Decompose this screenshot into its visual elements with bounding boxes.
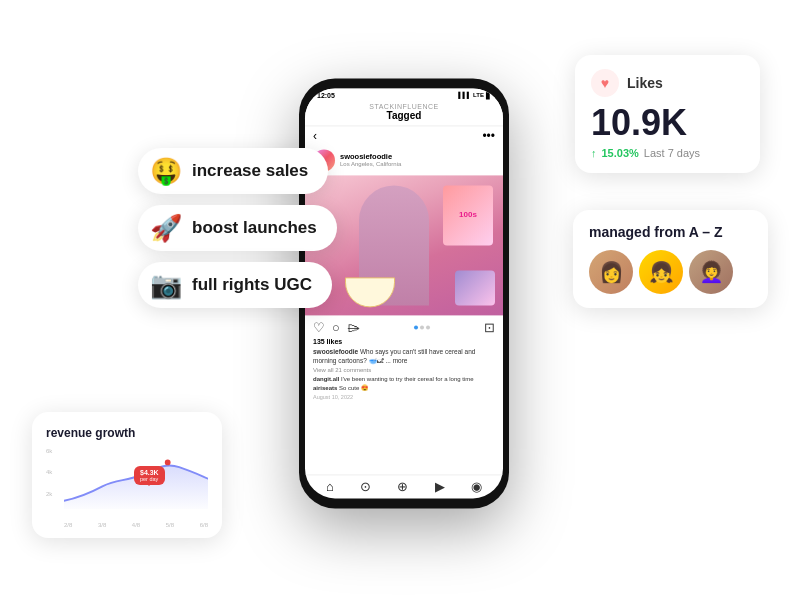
status-time: 12:05 [317,92,335,99]
status-icons: ▌▌▌ LTE ▊ [458,92,491,99]
profile-icon[interactable]: ◉ [471,479,482,494]
caption-username: swoosiefoodie [313,348,358,355]
post-actions: ♡ ○ ⌲ ⊡ [305,315,503,338]
tooltip-sub: per day [140,476,159,482]
chart-y-labels: 6k 4k 2k [46,448,52,512]
revenue-tooltip: $4.3K per day [134,466,165,485]
phone-screen: 12:05 ▌▌▌ LTE ▊ STACKINFLUENCE Tagged ‹ … [305,88,503,498]
heart-icon-circle: ♥ [591,69,619,97]
comment-1-text: I've been wanting to try their cereal fo… [341,376,474,382]
share-icon[interactable]: ⌲ [347,320,360,335]
managed-avatars: 👩 👧 👩‍🦱 [589,250,752,294]
action-icons: ♡ ○ ⌲ [313,320,360,335]
location: Los Angeles, California [340,161,401,167]
managed-title: managed from A – Z [589,224,752,240]
dot-1 [414,325,418,329]
bookmark-icon[interactable]: ⊡ [484,320,495,335]
pill-increase-sales: 🤑 increase sales [138,148,328,194]
app-name: STACKINFLUENCE [313,103,495,110]
search-bottom-icon[interactable]: ⊙ [360,479,371,494]
dot-3 [426,325,430,329]
likes-growth: ↑ 15.03% Last 7 days [591,147,744,159]
lte-icon: LTE [473,92,484,98]
x-label-1: 2/8 [64,522,72,528]
influencer-avatar-3: 👩‍🦱 [689,250,733,294]
growth-period: Last 7 days [644,147,700,159]
likes-label: Likes [627,75,663,91]
reels-icon[interactable]: ▶ [435,479,445,494]
status-bar: 12:05 ▌▌▌ LTE ▊ [305,88,503,101]
post-user: swoosiefoodie Los Angeles, California [305,146,503,175]
post-caption: swoosiefoodie Who says you can't still h… [305,347,503,365]
comment-2-text: So cute 😍 [339,385,368,391]
back-arrow-icon[interactable]: ‹ [313,129,317,143]
comment-icon[interactable]: ○ [332,320,340,335]
signal-icon: ▌▌▌ [458,92,471,98]
chart-x-labels: 2/8 3/8 4/8 5/8 6/8 [64,522,208,528]
full-rights-label: full rights UGC [192,275,312,295]
y-label-2k: 2k [46,491,52,497]
revenue-title: revenue growth [46,426,208,440]
tab-name: Tagged [313,110,495,121]
carousel-dots [414,325,430,329]
dot-2 [420,325,424,329]
x-label-2: 3/8 [98,522,106,528]
heart-icon[interactable]: ♡ [313,320,325,335]
user-info: swoosiefoodie Los Angeles, California [340,152,401,167]
likes-card-header: ♥ Likes [591,69,744,97]
home-icon[interactable]: ⌂ [326,479,334,494]
phone-nav: ‹ ••• [305,126,503,146]
commenter-1-name: dangit.all [313,376,339,382]
x-label-3: 4/8 [132,522,140,528]
view-comments-link[interactable]: View all 21 comments [305,365,503,375]
managed-card: managed from A – Z 👩 👧 👩‍🦱 [573,210,768,308]
commenter-2-name: airiseats [313,385,337,391]
post-likes: 135 likes [305,338,503,347]
post-item1: 100s [443,185,493,245]
post-item2 [455,270,495,305]
app-header: STACKINFLUENCE Tagged [305,101,503,126]
camera-emoji: 📷 [150,272,182,298]
scene: 12:05 ▌▌▌ LTE ▊ STACKINFLUENCE Tagged ‹ … [0,0,808,603]
revenue-card: revenue growth 6k 4k 2k [32,412,222,538]
x-label-4: 5/8 [166,522,174,528]
influencer-avatar-1: 👩 [589,250,633,294]
x-label-5: 6/8 [200,522,208,528]
chart-area: 6k 4k 2k $4.3K [46,448,208,528]
tooltip-value: $4.3K [140,469,159,476]
svg-point-0 [165,460,171,466]
growth-arrow-icon: ↑ [591,147,597,159]
post-image: 100s [305,175,503,315]
influencer-avatar-2: 👧 [639,250,683,294]
likes-card: ♥ Likes 10.9K ↑ 15.03% Last 7 days [575,55,760,173]
pill-boost-launches: 🚀 boost launches [138,205,337,251]
growth-percentage: 15.03% [602,147,639,159]
boost-launches-label: boost launches [192,218,317,238]
y-label-4k: 4k [46,469,52,475]
username: swoosiefoodie [340,152,401,161]
post-date: August 10, 2022 [305,392,503,403]
more-dots-icon[interactable]: ••• [482,129,495,143]
bottom-nav: ⌂ ⊙ ⊕ ▶ ◉ [305,474,503,498]
comment-row-1: dangit.all I've been wanting to try thei… [305,375,503,383]
heart-icon: ♥ [601,75,609,91]
rocket-emoji: 🚀 [150,215,182,241]
pill-full-rights: 📷 full rights UGC [138,262,332,308]
comment-row-2: airiseats So cute 😍 [305,383,503,392]
likes-count: 10.9K [591,105,744,141]
increase-sales-label: increase sales [192,161,308,181]
money-face-emoji: 🤑 [150,158,182,184]
y-label-6k: 6k [46,448,52,454]
battery-icon: ▊ [486,92,491,99]
add-icon[interactable]: ⊕ [397,479,408,494]
